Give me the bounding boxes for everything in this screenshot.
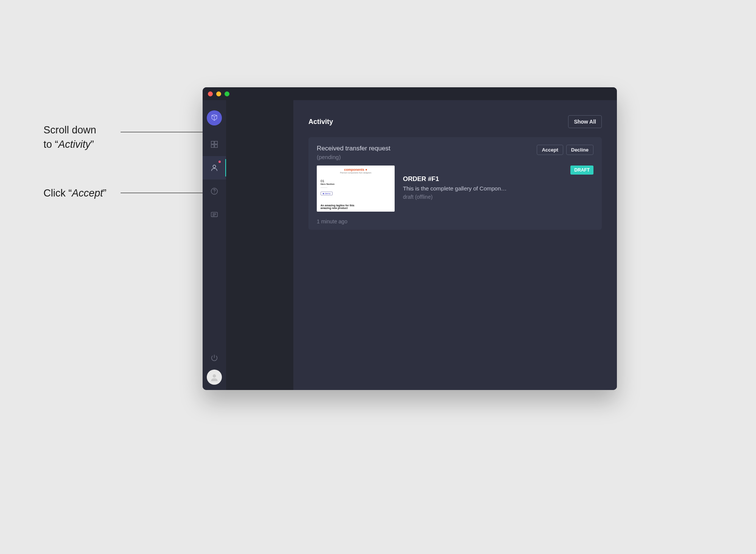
order-meta: draft (offline) xyxy=(403,194,593,200)
grid-icon xyxy=(210,140,218,149)
request-timestamp: 1 minute ago xyxy=(317,218,593,224)
logo-icon xyxy=(211,114,218,122)
user-avatar[interactable] xyxy=(207,370,222,385)
order-description: This is the complete gallery of Compone… xyxy=(403,185,509,192)
draft-badge: DRAFT xyxy=(570,166,593,175)
window-close-button[interactable] xyxy=(208,91,213,96)
annotation-click-accept: Click “Accept” xyxy=(43,186,107,201)
svg-point-11 xyxy=(213,374,216,378)
window-titlebar[interactable] xyxy=(203,87,617,100)
window-maximize-button[interactable] xyxy=(225,91,229,96)
sidebar-item-profile[interactable] xyxy=(203,156,226,180)
power-icon xyxy=(210,354,218,362)
svg-rect-0 xyxy=(211,141,214,144)
annotation-text: to “Activity” xyxy=(43,138,96,152)
notification-dot xyxy=(218,161,221,163)
sidebar xyxy=(203,100,226,390)
message-icon xyxy=(210,210,218,219)
app-logo[interactable] xyxy=(203,106,226,130)
sidebar-item-dashboard[interactable] xyxy=(203,133,226,156)
svg-point-4 xyxy=(213,165,215,168)
svg-rect-2 xyxy=(211,145,214,147)
secondary-panel xyxy=(226,100,293,390)
app-body: Activity Show All Received transfer requ… xyxy=(203,100,617,390)
decline-button[interactable]: Decline xyxy=(566,145,593,155)
avatar-placeholder-icon xyxy=(209,372,219,382)
request-status: (pending) xyxy=(317,154,390,160)
annotation-scroll-activity: Scroll down to “Activity” xyxy=(43,123,96,152)
sidebar-item-help[interactable] xyxy=(203,180,226,203)
order-thumbnail[interactable]: components ● Premium components from des… xyxy=(317,166,395,212)
accept-button[interactable]: Accept xyxy=(537,145,563,155)
thumb-section-number: 01 xyxy=(321,179,391,183)
activity-section-header: Activity Show All xyxy=(308,115,602,128)
thumb-brand: components ● xyxy=(321,168,391,172)
sidebar-item-messages[interactable] xyxy=(203,203,226,226)
svg-point-6 xyxy=(214,192,215,193)
show-all-button[interactable]: Show All xyxy=(568,115,602,128)
help-icon xyxy=(210,187,218,195)
annotation-text: Scroll down xyxy=(43,123,96,138)
window-minimize-button[interactable] xyxy=(216,91,221,96)
thumb-tag: ■ demo xyxy=(321,192,333,195)
person-icon xyxy=(210,164,218,172)
thumb-tagline: An amazing tagline for this amazing new … xyxy=(321,204,358,209)
order-title: ORDER #F1 xyxy=(403,175,593,183)
request-title: Received transfer request xyxy=(317,145,390,152)
app-window: Activity Show All Received transfer requ… xyxy=(203,87,617,390)
thumb-section-label: Hero Section xyxy=(321,183,391,185)
main-content: Activity Show All Received transfer requ… xyxy=(293,100,617,390)
transfer-request-card: Received transfer request (pending) Acce… xyxy=(308,137,602,230)
thumb-subtitle: Premium components from designers xyxy=(321,172,391,174)
activity-heading: Activity xyxy=(308,118,333,126)
svg-rect-3 xyxy=(215,145,217,147)
sidebar-item-power[interactable] xyxy=(203,346,226,370)
svg-rect-1 xyxy=(215,141,217,144)
